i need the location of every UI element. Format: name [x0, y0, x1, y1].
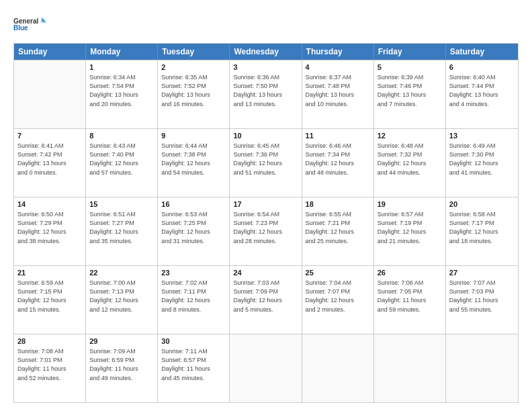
calendar-cell-14: 14Sunrise: 6:50 AMSunset: 7:29 PMDayligh…	[14, 197, 86, 265]
header-day-monday: Monday	[86, 44, 158, 60]
header: General Blue	[13, 12, 519, 36]
day-number: 26	[378, 268, 442, 278]
header-day-saturday: Saturday	[446, 44, 518, 60]
day-info: Sunrise: 6:37 AMSunset: 7:48 PMDaylight:…	[306, 73, 370, 108]
calendar-cell-27: 27Sunrise: 7:07 AMSunset: 7:03 PMDayligh…	[446, 266, 518, 334]
day-number: 20	[449, 199, 515, 210]
calendar-cell-12: 12Sunrise: 6:48 AMSunset: 7:32 PMDayligh…	[374, 129, 446, 197]
calendar-cell-28: 28Sunrise: 7:08 AMSunset: 7:01 PMDayligh…	[14, 334, 86, 402]
calendar-body: 1Sunrise: 6:34 AMSunset: 7:54 PMDaylight…	[14, 60, 518, 402]
day-number: 1	[89, 62, 154, 73]
day-info: Sunrise: 6:36 AMSunset: 7:50 PMDaylight:…	[233, 73, 298, 108]
svg-text:Blue: Blue	[13, 24, 28, 32]
day-number: 24	[233, 268, 298, 278]
day-info: Sunrise: 7:03 AMSunset: 7:09 PMDaylight:…	[233, 279, 298, 314]
calendar-cell-19: 19Sunrise: 6:57 AMSunset: 7:19 PMDayligh…	[374, 197, 446, 265]
day-number: 8	[89, 131, 154, 141]
calendar-cell-23: 23Sunrise: 7:02 AMSunset: 7:11 PMDayligh…	[158, 266, 230, 334]
calendar-cell-1: 1Sunrise: 6:34 AMSunset: 7:54 PMDaylight…	[86, 60, 158, 128]
svg-marker-3	[41, 17, 46, 23]
day-number: 15	[89, 199, 154, 210]
day-number: 23	[161, 268, 226, 278]
calendar-cell-24: 24Sunrise: 7:03 AMSunset: 7:09 PMDayligh…	[230, 266, 302, 334]
calendar-cell-15: 15Sunrise: 6:51 AMSunset: 7:27 PMDayligh…	[86, 197, 158, 265]
calendar-cell-11: 11Sunrise: 6:46 AMSunset: 7:34 PMDayligh…	[302, 129, 374, 197]
calendar-cell-9: 9Sunrise: 6:44 AMSunset: 7:38 PMDaylight…	[158, 129, 230, 197]
calendar-cell-20: 20Sunrise: 6:58 AMSunset: 7:17 PMDayligh…	[446, 197, 518, 265]
day-info: Sunrise: 6:35 AMSunset: 7:52 PMDaylight:…	[161, 73, 226, 108]
calendar-cell-18: 18Sunrise: 6:55 AMSunset: 7:21 PMDayligh…	[302, 197, 374, 265]
day-number: 12	[378, 131, 442, 141]
day-info: Sunrise: 6:49 AMSunset: 7:30 PMDaylight:…	[449, 142, 515, 177]
day-info: Sunrise: 6:44 AMSunset: 7:38 PMDaylight:…	[161, 142, 226, 177]
calendar-cell-empty-6	[446, 334, 518, 402]
day-info: Sunrise: 6:57 AMSunset: 7:19 PMDaylight:…	[378, 210, 442, 245]
day-info: Sunrise: 6:59 AMSunset: 7:15 PMDaylight:…	[17, 279, 82, 314]
calendar-cell-13: 13Sunrise: 6:49 AMSunset: 7:30 PMDayligh…	[446, 129, 518, 197]
day-info: Sunrise: 6:45 AMSunset: 7:36 PMDaylight:…	[233, 142, 298, 177]
day-info: Sunrise: 7:11 AMSunset: 6:57 PMDaylight:…	[161, 347, 226, 382]
day-number: 2	[161, 62, 226, 73]
calendar-cell-26: 26Sunrise: 7:06 AMSunset: 7:05 PMDayligh…	[374, 266, 446, 334]
calendar-cell-5: 5Sunrise: 6:39 AMSunset: 7:46 PMDaylight…	[374, 60, 446, 128]
logo-svg: General Blue	[13, 12, 47, 36]
day-info: Sunrise: 7:07 AMSunset: 7:03 PMDaylight:…	[449, 279, 515, 314]
calendar-cell-22: 22Sunrise: 7:00 AMSunset: 7:13 PMDayligh…	[86, 266, 158, 334]
calendar-cell-29: 29Sunrise: 7:09 AMSunset: 6:59 PMDayligh…	[86, 334, 158, 402]
day-info: Sunrise: 6:48 AMSunset: 7:32 PMDaylight:…	[378, 142, 442, 177]
day-info: Sunrise: 7:02 AMSunset: 7:11 PMDaylight:…	[161, 279, 226, 314]
day-number: 10	[233, 131, 298, 141]
header-day-wednesday: Wednesday	[230, 44, 302, 60]
day-info: Sunrise: 7:06 AMSunset: 7:05 PMDaylight:…	[378, 279, 442, 314]
calendar-week-2: 14Sunrise: 6:50 AMSunset: 7:29 PMDayligh…	[14, 197, 518, 265]
calendar-cell-30: 30Sunrise: 7:11 AMSunset: 6:57 PMDayligh…	[158, 334, 230, 402]
day-number: 21	[17, 268, 82, 278]
day-info: Sunrise: 6:50 AMSunset: 7:29 PMDaylight:…	[17, 210, 82, 245]
calendar-week-0: 1Sunrise: 6:34 AMSunset: 7:54 PMDaylight…	[14, 60, 518, 128]
calendar-cell-2: 2Sunrise: 6:35 AMSunset: 7:52 PMDaylight…	[158, 60, 230, 128]
day-number: 30	[161, 336, 226, 347]
day-number: 6	[449, 62, 515, 73]
day-info: Sunrise: 6:58 AMSunset: 7:17 PMDaylight:…	[449, 210, 515, 245]
calendar-cell-empty-5	[374, 334, 446, 402]
calendar-cell-7: 7Sunrise: 6:41 AMSunset: 7:42 PMDaylight…	[14, 129, 86, 197]
day-info: Sunrise: 7:00 AMSunset: 7:13 PMDaylight:…	[89, 279, 154, 314]
day-info: Sunrise: 6:46 AMSunset: 7:34 PMDaylight:…	[306, 142, 370, 177]
day-number: 28	[17, 336, 82, 347]
day-number: 4	[306, 62, 370, 73]
calendar-cell-16: 16Sunrise: 6:53 AMSunset: 7:25 PMDayligh…	[158, 197, 230, 265]
day-number: 14	[17, 199, 82, 210]
day-info: Sunrise: 6:51 AMSunset: 7:27 PMDaylight:…	[89, 210, 154, 245]
calendar-cell-8: 8Sunrise: 6:43 AMSunset: 7:40 PMDaylight…	[86, 129, 158, 197]
day-info: Sunrise: 6:55 AMSunset: 7:21 PMDaylight:…	[306, 210, 370, 245]
header-day-tuesday: Tuesday	[158, 44, 230, 60]
day-number: 29	[89, 336, 154, 347]
day-info: Sunrise: 6:34 AMSunset: 7:54 PMDaylight:…	[89, 73, 154, 108]
day-info: Sunrise: 6:43 AMSunset: 7:40 PMDaylight:…	[89, 142, 154, 177]
day-number: 3	[233, 62, 298, 73]
calendar-cell-3: 3Sunrise: 6:36 AMSunset: 7:50 PMDaylight…	[230, 60, 302, 128]
calendar-week-3: 21Sunrise: 6:59 AMSunset: 7:15 PMDayligh…	[14, 265, 518, 334]
calendar-cell-21: 21Sunrise: 6:59 AMSunset: 7:15 PMDayligh…	[14, 266, 86, 334]
header-day-friday: Friday	[374, 44, 446, 60]
calendar-cell-25: 25Sunrise: 7:04 AMSunset: 7:07 PMDayligh…	[302, 266, 374, 334]
day-number: 5	[378, 62, 442, 73]
day-info: Sunrise: 7:08 AMSunset: 7:01 PMDaylight:…	[17, 347, 82, 382]
day-number: 17	[233, 199, 298, 210]
calendar-cell-empty-3	[230, 334, 302, 402]
day-number: 16	[161, 199, 226, 210]
day-number: 11	[306, 131, 370, 141]
day-info: Sunrise: 6:40 AMSunset: 7:44 PMDaylight:…	[449, 73, 515, 108]
day-info: Sunrise: 7:09 AMSunset: 6:59 PMDaylight:…	[89, 347, 154, 382]
header-day-thursday: Thursday	[302, 44, 374, 60]
day-number: 27	[449, 268, 515, 278]
day-number: 18	[306, 199, 370, 210]
calendar-week-4: 28Sunrise: 7:08 AMSunset: 7:01 PMDayligh…	[14, 334, 518, 402]
calendar-header: SundayMondayTuesdayWednesdayThursdayFrid…	[14, 44, 518, 60]
day-number: 9	[161, 131, 226, 141]
page: General Blue SundayMondayTuesdayWednesda…	[0, 0, 532, 411]
calendar-cell-17: 17Sunrise: 6:54 AMSunset: 7:23 PMDayligh…	[230, 197, 302, 265]
day-info: Sunrise: 6:39 AMSunset: 7:46 PMDaylight:…	[378, 73, 442, 108]
header-day-sunday: Sunday	[14, 44, 86, 60]
day-info: Sunrise: 6:54 AMSunset: 7:23 PMDaylight:…	[233, 210, 298, 245]
